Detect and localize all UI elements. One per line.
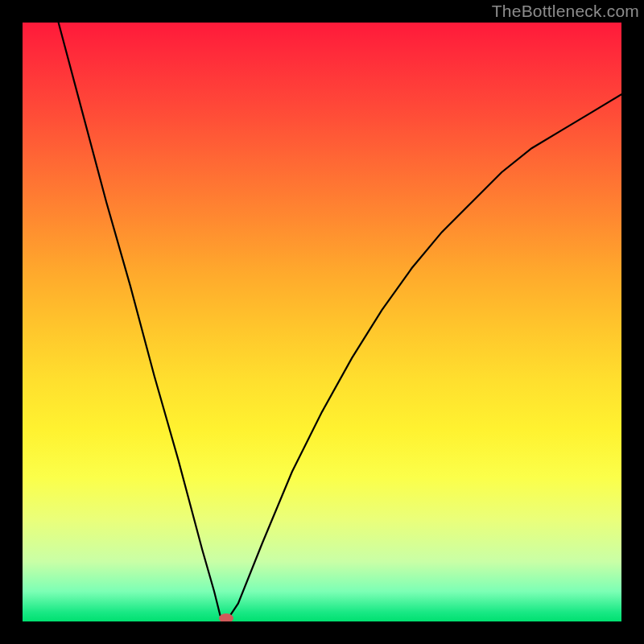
watermark-text: TheBottleneck.com bbox=[492, 2, 639, 21]
bottleneck-curve bbox=[59, 23, 621, 621]
plot-area bbox=[23, 23, 621, 621]
curve-layer bbox=[23, 23, 621, 621]
chart-frame: TheBottleneck.com bbox=[0, 0, 644, 644]
